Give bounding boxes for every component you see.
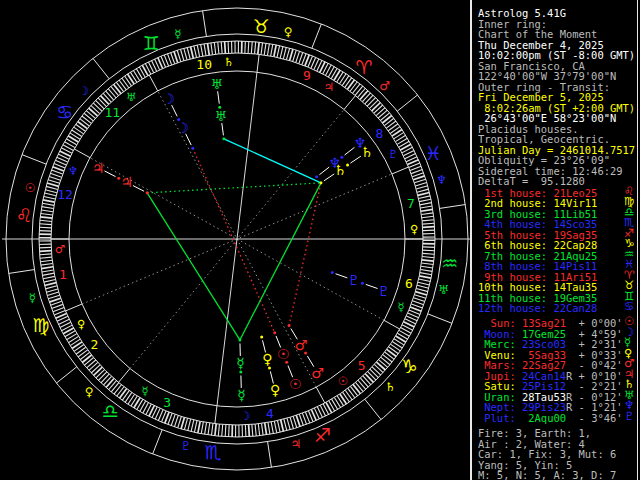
natal-planet-glyph-jupiter: ♃ — [120, 174, 133, 190]
house-ruler-glyph: ☽ — [240, 409, 250, 423]
house-number-1: 1 — [59, 267, 67, 282]
degree-tick — [42, 203, 54, 205]
degree-tick — [258, 42, 259, 54]
degree-tick — [180, 49, 183, 61]
house-number-12: 12 — [57, 187, 73, 202]
sign-boundary — [203, 11, 207, 37]
transit-planet-glyph-jupiter: ♃ — [92, 160, 105, 176]
natal-planet-glyph-moon: ☽ — [176, 120, 189, 136]
degree-tick — [370, 369, 379, 377]
degree-tick — [372, 367, 381, 375]
sign-ruler-glyph: ♃ — [291, 437, 302, 451]
degree-tick — [181, 417, 184, 429]
house-ruler-glyph: ♃ — [324, 80, 334, 94]
natal-transit-wheel-chart: ♈♂♉♀♊☿♋☽♌☉♍☿♎♀♏♇♐♃♑♄♒♅♓♆1♂2♀3☿4☽5☉6☿7♀8♇… — [0, 0, 470, 480]
sign-glyph-virgo: ♍ — [32, 314, 49, 336]
degree-tick — [43, 276, 55, 278]
degree-tick — [111, 383, 119, 392]
sign-ruler-glyph: ♅ — [438, 283, 449, 297]
degree-tick — [277, 46, 280, 58]
degree-tick — [414, 179, 425, 183]
degree-tick — [106, 378, 114, 387]
degree-tick — [211, 43, 213, 55]
degree-tick — [245, 41, 246, 53]
house-number-6: 6 — [405, 276, 413, 291]
degree-tick — [48, 295, 59, 299]
degree-tick — [347, 80, 354, 90]
degree-tick — [372, 103, 381, 111]
degree-tick — [39, 227, 51, 228]
degree-tick — [416, 288, 428, 291]
degree-tick — [201, 422, 203, 434]
house-cusp-spoke — [74, 149, 90, 158]
degree-tick — [50, 173, 61, 177]
panel-divider — [470, 0, 472, 480]
degree-tick — [249, 425, 250, 437]
sign-glyph-aquarius: ♒ — [441, 252, 458, 274]
sign-boundary — [9, 270, 35, 274]
sign-glyph-pisces: ♓ — [425, 142, 442, 164]
house-ruler-glyph: ♅ — [126, 90, 136, 104]
natal-dot-uranus — [222, 137, 225, 140]
degree-tick — [207, 43, 209, 55]
degree-tick — [122, 78, 129, 88]
degree-tick — [414, 295, 425, 299]
degree-tick — [422, 260, 434, 261]
natal-planet-glyph-neptune: ♆ — [328, 155, 341, 171]
degree-tick — [423, 230, 435, 231]
delta-t: DeltaT = 95.1280 — [478, 176, 585, 187]
degree-tick — [381, 357, 390, 365]
aspect-line-mercury-jupiter — [147, 193, 240, 340]
degree-tick — [353, 84, 360, 93]
degree-tick — [420, 206, 432, 208]
degree-tick — [40, 257, 52, 258]
degree-tick — [423, 227, 435, 228]
natal-pointer — [324, 174, 334, 181]
degree-tick — [42, 207, 54, 209]
degree-tick — [386, 121, 396, 128]
degree-tick — [258, 424, 259, 436]
natal-pointer — [336, 274, 348, 278]
sign-ruler-glyph: ♆ — [436, 173, 447, 187]
degree-tick — [420, 273, 432, 275]
degree-tick — [360, 378, 368, 387]
degree-tick — [415, 182, 427, 185]
stats-text: M: 5, N: 5, A: 3, D: 7 — [478, 469, 616, 480]
degree-tick — [41, 213, 53, 215]
degree-tick — [76, 347, 86, 354]
degree-tick — [191, 47, 194, 59]
sign-glyph-taurus: ♉ — [252, 15, 269, 37]
degree-tick — [264, 43, 266, 55]
transit-pointer — [104, 171, 115, 177]
sign-ruler-glyph: ☿ — [29, 291, 36, 305]
degree-tick — [355, 86, 363, 95]
degree-tick — [290, 49, 293, 61]
degree-tick — [39, 251, 51, 252]
degree-tick — [40, 260, 52, 261]
degree-tick — [39, 247, 51, 248]
house-cusp-spoke — [316, 387, 324, 403]
degree-tick — [45, 286, 57, 289]
transit-dot-pluto — [361, 282, 364, 285]
sign-ruler-glyph: ☽ — [78, 84, 89, 98]
degree-tick — [41, 264, 53, 266]
degree-tick — [204, 44, 206, 56]
house-ruler-glyph: ♄ — [224, 55, 234, 69]
transit-planet-glyph-sun: ☉ — [289, 376, 302, 392]
degree-tick — [281, 420, 284, 432]
degree-tick — [353, 384, 360, 393]
degree-tick — [98, 372, 106, 381]
sign-ruler-glyph: ♀ — [284, 25, 293, 39]
degree-tick — [44, 193, 56, 196]
degree-tick — [218, 424, 219, 436]
degree-tick — [419, 196, 431, 199]
sign-boundary — [440, 205, 466, 209]
sign-glyph-sagittarius: ♐ — [314, 424, 331, 446]
degree-tick — [218, 42, 219, 54]
astrolog-window: ♈♂♉♀♊☿♋☽♌☉♍☿♎♀♏♇♐♃♑♄♒♅♓♆1♂2♀3☿4☽5☉6☿7♀8♇… — [0, 0, 640, 480]
degree-tick — [211, 423, 213, 435]
degree-tick — [418, 193, 430, 196]
degree-tick — [423, 250, 435, 251]
transit-planet-glyph-uranus: ♅ — [210, 76, 223, 92]
aspect-line-mars-saturn — [289, 183, 321, 326]
